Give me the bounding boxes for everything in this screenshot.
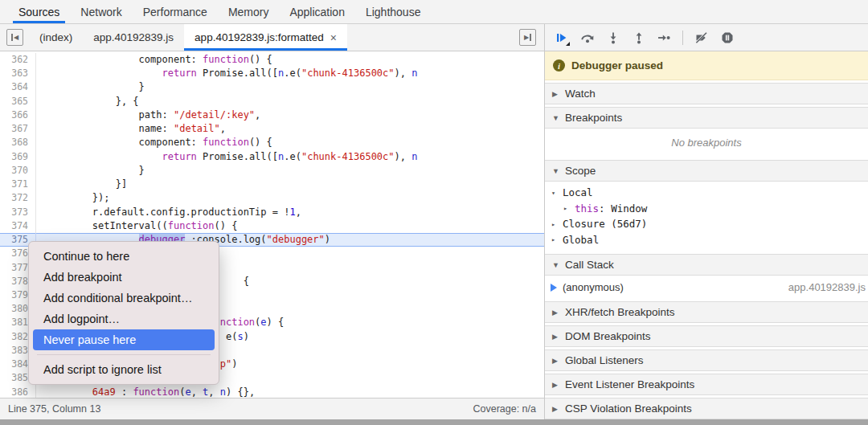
code-line[interactable]: 374 setInterval((function() {	[0, 219, 544, 233]
line-number[interactable]: 368	[0, 136, 36, 149]
menu-separator	[37, 354, 211, 355]
panel-tab-sources[interactable]: Sources	[8, 0, 70, 23]
section-call-stack: ▼Call Stack(anonymous)app.40192839.js	[545, 254, 868, 299]
deactivate-breakpoints-icon[interactable]	[690, 27, 713, 48]
more-tabs-button[interactable]: ▶	[519, 29, 536, 46]
section-title: Call Stack	[565, 259, 614, 271]
code-line[interactable]: 370 }	[0, 164, 544, 178]
code-text: component: function() {	[36, 53, 544, 67]
panel-tab-application[interactable]: Application	[279, 0, 355, 23]
code-line[interactable]: 362 component: function() {	[0, 53, 544, 67]
section-header-global-listeners[interactable]: ▶Global Listeners	[545, 349, 868, 371]
code-line[interactable]: 371 }]	[0, 178, 544, 191]
back-arrow-icon: ◀	[14, 34, 18, 41]
step-out-icon[interactable]	[627, 27, 650, 48]
section-header-csp-violation-breakpoints[interactable]: ▶CSP Violation Breakpoints	[545, 398, 868, 419]
line-number[interactable]: 362	[0, 53, 36, 67]
code-text: setInterval((function() {	[36, 219, 544, 233]
section-header-event-listener-breakpoints[interactable]: ▶Event Listener Breakpoints	[545, 374, 868, 395]
scope-item-this[interactable]: ▸this: Window	[545, 201, 868, 217]
section-header-xhr-fetch-breakpoints[interactable]: ▶XHR/fetch Breakpoints	[545, 301, 868, 323]
call-stack-frame[interactable]: (anonymous)app.40192839.js	[545, 276, 868, 299]
toolbar-separator	[682, 31, 683, 45]
step-into-icon[interactable]	[601, 27, 624, 48]
menu-item-never-pause-here[interactable]: Never pause here	[33, 329, 215, 350]
chevron-right-icon: ▶	[552, 381, 559, 389]
line-number[interactable]: 369	[0, 150, 36, 164]
menu-item-add-conditional-breakpoint[interactable]: Add conditional breakpoint…	[33, 288, 215, 309]
step-over-icon[interactable]	[575, 27, 599, 48]
navigator-bar-glyph	[11, 34, 13, 41]
scope-item-global[interactable]: ▸Global	[545, 232, 868, 248]
code-line[interactable]: 369 return Promise.all([n.e("chunk-41365…	[0, 150, 544, 164]
menu-item-add-logpoint[interactable]: Add logpoint…	[33, 309, 215, 329]
code-line[interactable]: 363 return Promise.all([n.e("chunk-41365…	[0, 67, 544, 80]
line-number[interactable]: 371	[0, 178, 36, 191]
file-tab-app-40192839-js[interactable]: app.40192839.js	[83, 24, 184, 51]
menu-item-add-script-to-ignore-list[interactable]: Add script to ignore list	[33, 359, 215, 380]
code-line[interactable]: 368 component: function() {	[0, 136, 544, 149]
menu-item-add-breakpoint[interactable]: Add breakpoint	[33, 267, 215, 288]
file-tab-app-40192839-js-formatted[interactable]: app.40192839.js:formatted×	[184, 24, 347, 51]
code-line[interactable]: 372 });	[0, 191, 544, 205]
section-content-call-stack: (anonymous)app.40192839.js	[545, 276, 868, 299]
section-title: Watch	[565, 88, 596, 100]
section-header-dom-breakpoints[interactable]: ▶DOM Breakpoints	[545, 325, 868, 347]
more-tabs-bar-glyph	[530, 34, 531, 41]
code-text: name: "detail",	[36, 122, 544, 136]
line-number[interactable]: 367	[0, 122, 36, 136]
panel-tab-performance[interactable]: Performance	[133, 0, 218, 23]
panel-tab-lighthouse[interactable]: Lighthouse	[355, 0, 432, 23]
file-tab-index[interactable]: (index)	[29, 24, 83, 51]
section-title: CSP Violation Breakpoints	[565, 403, 692, 415]
code-line[interactable]: 365 }, {	[0, 95, 544, 108]
line-number[interactable]: 386	[0, 386, 36, 398]
code-line[interactable]: 367 name: "detail",	[0, 122, 544, 136]
code-line[interactable]: 366 path: "/detail/:key",	[0, 108, 544, 122]
line-number[interactable]: 372	[0, 191, 36, 205]
chevron-right-icon: ▸	[551, 220, 559, 228]
chevron-right-icon: ▸	[563, 204, 571, 212]
section-title: XHR/fetch Breakpoints	[565, 306, 675, 318]
code-line[interactable]: 364 }	[0, 80, 544, 94]
line-number[interactable]: 374	[0, 219, 36, 233]
scope-item-local[interactable]: ▾Local	[545, 185, 868, 201]
chevron-right-icon: ▶	[552, 405, 559, 413]
section-header-call-stack[interactable]: ▼Call Stack	[545, 254, 868, 276]
line-number[interactable]: 364	[0, 80, 36, 94]
scope-key: this	[575, 202, 599, 215]
line-number[interactable]: 366	[0, 108, 36, 122]
code-text: 64a9 : function(e, t, n) {},	[36, 386, 544, 398]
code-text: });	[36, 191, 544, 205]
panel-tab-network[interactable]: Network	[70, 0, 132, 23]
close-tab-icon[interactable]: ×	[330, 31, 337, 44]
pause-on-exceptions-icon[interactable]	[715, 27, 739, 48]
menu-item-continue-to-here[interactable]: Continue to here	[33, 246, 215, 267]
section-header-breakpoints[interactable]: ▼Breakpoints	[545, 107, 868, 129]
line-number[interactable]: 363	[0, 67, 36, 80]
devtools-window: SourcesNetworkPerformanceMemoryApplicati…	[0, 0, 868, 425]
scope-label: Closure (56d7)	[563, 218, 647, 230]
line-number[interactable]: 370	[0, 164, 36, 178]
show-navigator-button[interactable]: ◀	[6, 29, 23, 46]
section-csp-violation-breakpoints: ▶CSP Violation Breakpoints	[545, 398, 868, 419]
line-number[interactable]: 365	[0, 95, 36, 108]
resume-icon[interactable]	[550, 27, 573, 48]
scope-label: Global	[563, 234, 599, 246]
code-line[interactable]: 373 r.default.config.productionTip = !1,	[0, 206, 544, 219]
line-number[interactable]: 373	[0, 206, 36, 219]
code-text: r.default.config.productionTip = !1,	[36, 206, 544, 219]
section-header-scope[interactable]: ▼Scope	[545, 160, 868, 182]
empty-message: No breakpoints	[545, 129, 868, 157]
active-frame-icon	[551, 284, 557, 292]
frame-name: (anonymous)	[563, 281, 624, 293]
section-header-watch[interactable]: ▶Watch	[545, 83, 868, 104]
code-line[interactable]: 386 64a9 : function(e, t, n) {},	[0, 386, 544, 398]
scope-value: : Window	[599, 202, 647, 215]
scope-item-closure-56d7[interactable]: ▸Closure (56d7)	[545, 216, 868, 232]
panel-tab-memory[interactable]: Memory	[218, 0, 280, 23]
code-text: }]	[36, 178, 544, 191]
debugger-toolbar	[545, 24, 868, 51]
step-icon[interactable]	[653, 27, 676, 48]
section-xhr-fetch-breakpoints: ▶XHR/fetch Breakpoints	[545, 301, 868, 323]
